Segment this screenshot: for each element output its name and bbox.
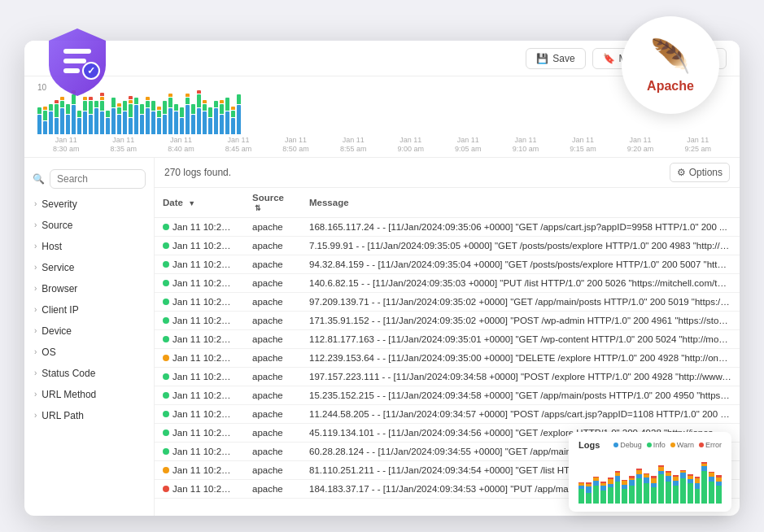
sort-desc-icon: ▼ bbox=[188, 199, 195, 207]
sidebar-item-host[interactable]: ›Host bbox=[24, 236, 154, 257]
bookmark-icon: 🔖 bbox=[603, 53, 615, 64]
chevron-right-icon: › bbox=[34, 326, 37, 335]
source-column-header[interactable]: Source ⇅ bbox=[244, 188, 301, 218]
table-row[interactable]: Jan 11 10:28:38 apache 140.6.82.15 - - [… bbox=[155, 273, 740, 292]
table-row[interactable]: Jan 11 10:27:38 apache 112.239.153.64 - … bbox=[155, 348, 740, 367]
bar-segment bbox=[174, 111, 178, 134]
sparkline-bar-group bbox=[214, 101, 218, 134]
date-cell: Jan 11 10:27:08 bbox=[155, 367, 244, 386]
time-label: Jan 11 9:15 am bbox=[554, 136, 612, 154]
time-label: Jan 11 9:10 am bbox=[497, 136, 555, 154]
sidebar-item-os[interactable]: ›OS bbox=[24, 342, 154, 363]
bar-segment bbox=[134, 105, 138, 134]
message-cell: 11.244.58.205 - - [11/Jan/2024:09:34:57 … bbox=[301, 404, 740, 423]
bar-segment bbox=[151, 111, 155, 134]
severity-dot bbox=[163, 261, 169, 268]
sidebar-item-label: Browser bbox=[41, 283, 77, 294]
sidebar-item-source[interactable]: ›Source bbox=[24, 215, 154, 236]
mini-bar-group bbox=[593, 455, 599, 504]
table-row[interactable]: Jan 11 10:26:40 apache 11.244.58.205 - -… bbox=[155, 404, 740, 423]
bar-segment bbox=[186, 105, 190, 134]
svg-rect-1 bbox=[63, 59, 86, 63]
bar-segment bbox=[186, 94, 190, 97]
date-cell: Jan 11 10:27:38 bbox=[155, 348, 244, 367]
time-labels: Jan 11 8:30 amJan 11 8:35 amJan 11 8:40 … bbox=[37, 136, 727, 154]
sparkline-bar-group bbox=[37, 107, 41, 134]
bar-segment bbox=[55, 118, 59, 134]
sidebar-item-severity[interactable]: ›Severity bbox=[24, 194, 154, 215]
bar-segment bbox=[220, 104, 224, 114]
bar-segment bbox=[94, 101, 98, 107]
severity-dot bbox=[163, 224, 169, 230]
bar-segment bbox=[168, 94, 172, 97]
table-row[interactable]: Jan 11 10:27:40 apache 112.81.177.163 - … bbox=[155, 329, 740, 348]
bar-segment bbox=[100, 111, 104, 134]
severity-dot bbox=[163, 317, 169, 324]
table-row[interactable]: Jan 11 10:28:40 apache 94.32.84.159 - - … bbox=[155, 255, 740, 273]
sidebar-item-label: OS bbox=[41, 347, 55, 358]
search-input[interactable] bbox=[50, 169, 146, 189]
chevron-right-icon: › bbox=[34, 263, 37, 272]
message-cell: 7.15.99.91 - - [11/Jan/2024:09:35:05 +00… bbox=[301, 236, 740, 255]
source-cell: apache bbox=[244, 236, 301, 255]
table-row[interactable]: Jan 11 10:27:52 apache 171.35.91.152 - -… bbox=[155, 311, 740, 329]
date-cell: Jan 11 10:26:10 bbox=[155, 442, 244, 460]
bar-segment bbox=[225, 111, 229, 134]
sidebar-item-url-method[interactable]: ›URL Method bbox=[24, 384, 154, 405]
date-cell: Jan 11 10:26:40 bbox=[155, 404, 244, 423]
table-row[interactable]: Jan 11 10:27:08 apache 15.235.152.215 - … bbox=[155, 386, 740, 404]
chevron-right-icon: › bbox=[34, 347, 37, 356]
bar-segment bbox=[123, 101, 127, 111]
sidebar-item-service[interactable]: ›Service bbox=[24, 257, 154, 278]
sidebar-item-status-code[interactable]: ›Status Code bbox=[24, 363, 154, 384]
mini-bar-segment bbox=[622, 489, 627, 504]
bar-segment bbox=[140, 115, 144, 134]
bar-segment bbox=[220, 100, 224, 103]
date-cell: Jan 11 10:28:10 bbox=[155, 292, 244, 311]
sparkline-bar-group bbox=[163, 101, 167, 134]
bar-segment bbox=[106, 111, 110, 117]
bar-segment bbox=[146, 108, 150, 134]
bar-segment bbox=[203, 104, 207, 111]
sparkline-bar-group bbox=[237, 94, 241, 134]
table-row[interactable]: Jan 11 10:28:10 apache 97.209.139.71 - -… bbox=[155, 292, 740, 311]
sidebar-item-client-ip[interactable]: ›Client IP bbox=[24, 299, 154, 321]
source-cell: apache bbox=[244, 255, 301, 273]
table-row[interactable]: Jan 11 10:29:01 apache 168.165.117.24 - … bbox=[155, 217, 740, 236]
date-cell: Jan 11 10:26:08 bbox=[155, 479, 244, 498]
bar-segment bbox=[37, 115, 41, 134]
sidebar-item-device[interactable]: ›Device bbox=[24, 321, 154, 342]
search-row: 🔍 bbox=[24, 164, 154, 194]
date-column-header[interactable]: Date ▼ bbox=[155, 188, 244, 218]
sparkline-bar-group bbox=[157, 107, 161, 134]
table-row[interactable]: Jan 11 10:27:08 apache 197.157.223.111 -… bbox=[155, 367, 740, 386]
sidebar-item-url-path[interactable]: ›URL Path bbox=[24, 405, 154, 426]
sparkline-bar-group bbox=[197, 90, 201, 134]
bar-segment bbox=[214, 101, 218, 107]
mini-bar-group bbox=[608, 455, 613, 504]
sparkline-bar-group bbox=[186, 94, 190, 134]
table-row[interactable]: Jan 11 10:28:47 apache 7.15.99.91 - - [1… bbox=[155, 236, 740, 255]
bar-segment bbox=[186, 98, 190, 104]
bar-segment bbox=[106, 118, 110, 134]
apache-logo: 🪶 Apache bbox=[622, 16, 719, 114]
time-label: Jan 11 9:20 am bbox=[612, 136, 670, 154]
bar-segment bbox=[117, 115, 121, 134]
table-header-row: 270 logs found. ⚙ Options bbox=[155, 158, 740, 188]
sidebar-item-browser[interactable]: ›Browser bbox=[24, 278, 154, 299]
sparkline-bar-group bbox=[60, 97, 64, 134]
save-button[interactable]: 💾 Save bbox=[526, 48, 585, 69]
mini-bar-group bbox=[629, 455, 635, 504]
bar-segment bbox=[168, 98, 172, 107]
bar-segment bbox=[231, 107, 235, 110]
mini-chart-header: Logs DebugInfoWarnError bbox=[578, 440, 722, 450]
mini-bar-segment bbox=[615, 482, 621, 504]
message-column-header: Message bbox=[301, 188, 740, 218]
sparkline-bar-group bbox=[225, 98, 229, 134]
bar-segment bbox=[49, 111, 53, 134]
source-cell: apache bbox=[244, 404, 301, 423]
mini-chart-bars bbox=[578, 455, 722, 504]
severity-dot bbox=[163, 392, 169, 399]
options-button[interactable]: ⚙ Options bbox=[670, 163, 730, 182]
sort-icon: ⇅ bbox=[255, 204, 261, 212]
